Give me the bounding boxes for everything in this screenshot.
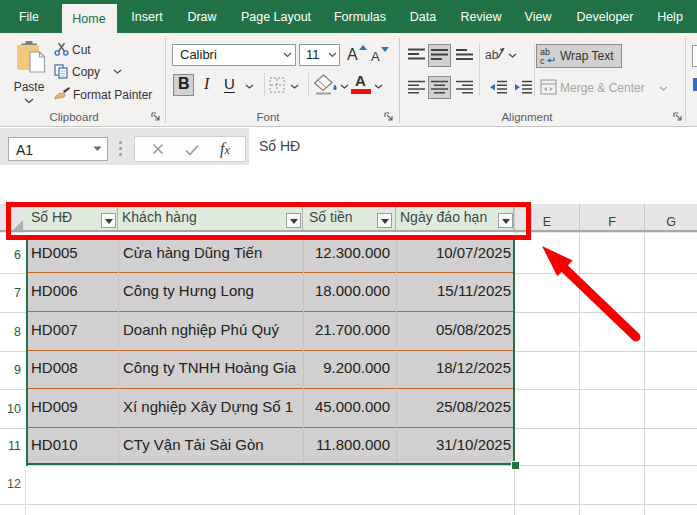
svg-text:c: c — [540, 56, 545, 65]
svg-text:ab: ab — [485, 48, 499, 62]
